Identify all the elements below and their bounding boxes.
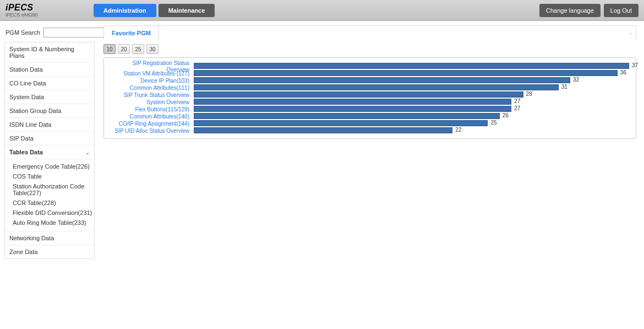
- chart-row: SIP Trunk Status Overview28: [108, 91, 629, 98]
- chart-bar-value: 27: [512, 105, 520, 111]
- sidebar-label: Zone Data: [9, 249, 37, 255]
- nav-maintenance[interactable]: Maintenance: [159, 4, 215, 17]
- chart-row-link[interactable]: SIP UID Alloc Status Overview: [115, 128, 189, 134]
- chart-bar: [194, 113, 500, 119]
- sidebar-item-station-data[interactable]: Station Data: [5, 63, 94, 77]
- sidebar-panel: System ID & Numbering Plans Station Data…: [4, 42, 95, 259]
- sub-item-station-auth-code[interactable]: Station Authorization Code Table(227): [13, 181, 94, 198]
- brand-subtitle: iPECS eMG80: [6, 13, 94, 18]
- chart-bar-value: 27: [512, 98, 520, 104]
- chart-bar: [194, 120, 488, 126]
- chart-bar-value: 31: [560, 84, 567, 90]
- logout-button[interactable]: Log Out: [604, 4, 638, 17]
- sidebar-label: Tables Data: [9, 149, 43, 155]
- chart-row-link[interactable]: Device IP Plan(103): [140, 78, 189, 84]
- pgm-search-label: PGM Search: [6, 29, 40, 36]
- sidebar-label: System Data: [9, 94, 44, 100]
- chart-bar: [194, 127, 452, 133]
- sub-item-ccr-table[interactable]: CCR Table(228): [13, 198, 94, 208]
- sidebar-label: ISDN Line Data: [9, 121, 51, 128]
- chart-bar: [194, 99, 511, 105]
- sidebar-label: System ID & Numbering Plans: [9, 46, 90, 59]
- sidebar-label: Station Group Data: [9, 107, 61, 114]
- chart-row: Flex Buttons(115/129)27: [108, 105, 629, 112]
- sidebar-item-station-group-data[interactable]: Station Group Data: [5, 104, 94, 118]
- chart-bar: [194, 70, 618, 76]
- brand-logo: iPECS: [6, 3, 94, 12]
- sub-item-auto-ring-mode[interactable]: Auto Ring Mode Table(233): [13, 218, 94, 228]
- chart-row: SIP Registration Status Overview37: [108, 62, 629, 69]
- chart-bar-value: 26: [501, 112, 509, 118]
- sidebar-label: CO Line Data: [9, 80, 46, 87]
- tab-favorite-pgm[interactable]: Favorite PGM: [104, 26, 159, 40]
- chart-row-link[interactable]: System Overview: [146, 99, 189, 105]
- chart-bar-value: 28: [525, 91, 532, 97]
- chart-row-link[interactable]: SIP Trunk Status Overview: [124, 92, 189, 98]
- logo-block: iPECS iPECS eMG80: [6, 3, 94, 18]
- tab-scroll-chevron-icon[interactable]: ⌄: [628, 29, 632, 35]
- page-size-10[interactable]: 10: [103, 44, 116, 54]
- sidebar: PGM Search System ID & Numbering Plans S…: [0, 21, 99, 263]
- chart-row: Common Attributes(111)31: [108, 84, 629, 91]
- tab-strip: Favorite PGM ⌄: [103, 25, 636, 40]
- chart-row: SIP UID Alloc Status Overview22: [108, 127, 629, 134]
- sidebar-label: Networking Data: [9, 235, 54, 241]
- sub-item-flexible-did[interactable]: Flexible DID Conversion(231): [13, 208, 94, 218]
- sidebar-item-tables-data[interactable]: Tables Data ⌄: [5, 145, 94, 159]
- page-size-buttons: 10 20 25 30: [103, 44, 636, 54]
- chart-row: Common Attributes(140)26: [108, 112, 629, 120]
- chart-bar: [194, 91, 523, 98]
- sub-item-emergency-code[interactable]: Emergency Code Table(226): [13, 161, 94, 171]
- change-language-button[interactable]: Change language: [539, 4, 601, 17]
- top-bar: iPECS iPECS eMG80 Administration Mainten…: [0, 0, 644, 21]
- sidebar-label: Station Data: [9, 66, 43, 73]
- chart-bar: [194, 63, 629, 69]
- chart-row: System Overview27: [108, 98, 629, 105]
- chart-row: Station VM Attributes (127)36: [108, 69, 629, 77]
- sidebar-item-networking-data[interactable]: Networking Data: [5, 231, 94, 245]
- page-size-25[interactable]: 25: [132, 44, 144, 54]
- chart-bar-value: 22: [454, 127, 461, 133]
- page-size-20[interactable]: 20: [118, 44, 130, 54]
- chart-bar-value: 25: [489, 120, 496, 126]
- chart-row: Device IP Plan(103)32: [108, 77, 629, 84]
- chart-row-link[interactable]: CO/IP Ring Assignment(144): [119, 121, 189, 127]
- favorite-pgm-chart: SIP Registration Status Overview37Statio…: [103, 57, 636, 139]
- sidebar-item-zone-data[interactable]: Zone Data: [5, 245, 94, 258]
- chart-bar: [194, 77, 570, 83]
- chart-bar: [194, 106, 511, 112]
- content-area: Favorite PGM ⌄ 10 20 25 30 SIP Registrat…: [99, 21, 644, 139]
- chart-row: CO/IP Ring Assignment(144)25: [108, 120, 629, 127]
- sidebar-item-system-data[interactable]: System Data: [5, 90, 94, 104]
- chart-bar: [194, 84, 559, 90]
- chart-row-link[interactable]: Common Attributes(111): [130, 85, 189, 91]
- page-size-30[interactable]: 30: [146, 44, 159, 54]
- chart-bar-value: 32: [571, 77, 579, 83]
- chart-row-link[interactable]: Station VM Attributes (127): [123, 71, 189, 77]
- sidebar-label: SIP Data: [9, 135, 34, 142]
- nav-administration[interactable]: Administration: [94, 4, 156, 17]
- chart-row-link[interactable]: Common Attributes(140): [130, 114, 189, 120]
- sidebar-item-co-line-data[interactable]: CO Line Data: [5, 77, 94, 90]
- sidebar-item-system-id[interactable]: System ID & Numbering Plans: [5, 42, 94, 63]
- chart-bar-value: 36: [619, 69, 626, 75]
- tables-data-submenu: Emergency Code Table(226) COS Table Stat…: [5, 159, 94, 231]
- sidebar-item-sip-data[interactable]: SIP Data: [5, 132, 94, 145]
- sub-item-cos-table[interactable]: COS Table: [13, 171, 94, 181]
- chevron-down-icon: ⌄: [85, 149, 90, 155]
- chart-row-link[interactable]: Flex Buttons(115/129): [135, 106, 189, 112]
- sidebar-item-isdn-line-data[interactable]: ISDN Line Data: [5, 118, 94, 132]
- chart-bar-value: 37: [630, 62, 638, 68]
